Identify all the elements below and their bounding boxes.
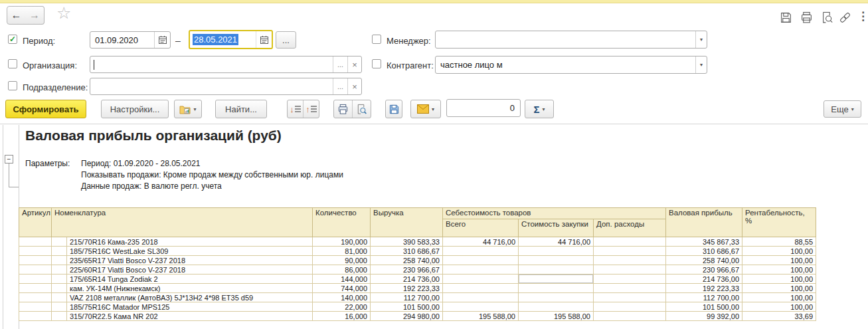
cell-margin[interactable]: 100,00 — [742, 293, 816, 302]
cell-revenue[interactable]: 214 736,00 — [371, 274, 443, 284]
cell-extra-cost[interactable] — [594, 274, 666, 284]
preview-icon[interactable] — [820, 11, 833, 24]
cell-revenue[interactable]: 101 500,00 — [371, 302, 443, 312]
cell-cost-total[interactable] — [443, 302, 519, 312]
cell-margin[interactable]: 100,00 — [742, 265, 816, 274]
header-cost-purchase[interactable]: Стоимость закупки — [519, 219, 594, 237]
cell-indent[interactable] — [52, 274, 67, 284]
cell-revenue[interactable]: 192 223,33 — [371, 284, 443, 293]
cell-indent[interactable] — [52, 293, 67, 302]
save-icon[interactable] — [779, 11, 792, 24]
department-input[interactable]: ... × — [90, 78, 362, 95]
cell-revenue[interactable]: 230 966,67 — [371, 265, 443, 274]
cell-extra-cost[interactable] — [594, 293, 666, 302]
cell-margin[interactable]: 33,69 — [742, 312, 816, 321]
cell-cost-total[interactable] — [443, 284, 519, 293]
cell-margin[interactable]: 100,00 — [742, 256, 816, 265]
department-checkbox[interactable] — [8, 81, 17, 90]
table-row[interactable]: 185/75R16C Matador MPS125 22,000 101 500… — [19, 302, 816, 312]
cell-margin[interactable]: 88,55 — [742, 237, 816, 247]
cell-extra-cost[interactable] — [594, 265, 666, 274]
department-more-button[interactable]: ... — [333, 78, 347, 94]
organization-clear-button[interactable]: × — [347, 56, 361, 72]
cell-revenue[interactable]: 310 686,67 — [371, 247, 443, 256]
cell-cost-total[interactable] — [443, 247, 519, 256]
header-cost-total[interactable]: Всего — [443, 219, 519, 237]
period-from-input[interactable]: 01.09.2020 — [90, 31, 171, 49]
cell-cost-total[interactable] — [443, 265, 519, 274]
header-extra-cost[interactable]: Доп. расходы — [594, 219, 666, 237]
cell-margin[interactable]: 100,00 — [742, 302, 816, 312]
cell-indent[interactable] — [52, 237, 67, 247]
cell-indent[interactable] — [52, 265, 67, 274]
cell-artikul[interactable] — [19, 302, 52, 312]
cell-cost-purchase[interactable] — [519, 256, 594, 265]
cell-qty[interactable]: 144,000 — [313, 274, 371, 284]
table-row[interactable]: VAZ 2108 металлик (АвтоВАЗ) 5J*13H2 4*98… — [19, 293, 816, 302]
table-row[interactable]: кам. УК-14М (Нижнекамск) 744,000 192 223… — [19, 284, 816, 293]
cell-qty[interactable]: 140,000 — [313, 293, 371, 302]
cell-cost-total[interactable]: 44 716,00 — [443, 237, 519, 247]
chevron-down-icon[interactable]: ▾ — [695, 56, 707, 73]
cell-cost-purchase[interactable] — [519, 293, 594, 302]
manager-checkbox[interactable] — [372, 35, 381, 44]
cell-indent[interactable] — [52, 247, 67, 256]
cell-cost-purchase[interactable] — [519, 302, 594, 312]
cell-nomenclature[interactable]: 185/75R16C Matador MPS125 — [67, 302, 313, 312]
cell-revenue[interactable]: 294 980,00 — [371, 312, 443, 321]
table-row[interactable]: 215/70R16 Кама-235 2018 190,000 390 583,… — [19, 237, 816, 247]
cell-cost-purchase[interactable]: 195 588,00 — [519, 312, 594, 321]
sort-descending-button[interactable]: ↓ — [288, 100, 303, 118]
cell-cost-purchase[interactable] — [519, 265, 594, 274]
cell-qty[interactable]: 744,000 — [313, 284, 371, 293]
header-artikul[interactable]: Артикул — [19, 208, 52, 237]
cell-gross[interactable]: 101 500,00 — [666, 302, 742, 312]
cell-extra-cost[interactable] — [594, 256, 666, 265]
print-button[interactable] — [334, 100, 352, 118]
more-menu-icon[interactable]: ⋮ — [857, 9, 868, 23]
header-nomenclature[interactable]: Номенклатура — [52, 208, 313, 237]
cell-nomenclature[interactable]: 215/70R16 Кама-235 2018 — [67, 237, 313, 247]
cell-revenue[interactable]: 258 740,00 — [371, 256, 443, 265]
report-variants-button[interactable]: ▾ — [174, 100, 202, 118]
more-actions-button[interactable]: Еще ▾ — [824, 100, 861, 118]
cell-cost-purchase[interactable] — [519, 274, 594, 284]
cell-gross[interactable]: 310 686,67 — [666, 247, 742, 256]
get-link-icon[interactable] — [838, 11, 851, 24]
cell-qty[interactable]: 16,000 — [313, 312, 371, 321]
header-cost-group[interactable]: Себестоимость товаров — [443, 208, 666, 219]
organization-input[interactable]: ... × — [90, 56, 362, 73]
calendar-button[interactable] — [154, 32, 170, 48]
cell-artikul[interactable] — [19, 274, 52, 284]
collapse-group-button[interactable]: − — [5, 155, 13, 164]
cell-gross[interactable]: 230 966,67 — [666, 265, 742, 274]
cell-revenue[interactable]: 112 700,00 — [371, 293, 443, 302]
cell-nomenclature[interactable]: 185/75R16C WestLake SL309 — [67, 247, 313, 256]
cell-gross[interactable]: 258 740,00 — [666, 256, 742, 265]
cell-gross[interactable]: 214 736,00 — [666, 274, 742, 284]
sum-button[interactable]: Σ ▾ — [525, 100, 554, 118]
save-result-button[interactable] — [385, 100, 402, 118]
cell-indent[interactable] — [52, 256, 67, 265]
cell-cost-total[interactable]: 195 588,00 — [443, 312, 519, 321]
cell-qty[interactable]: 86,000 — [313, 265, 371, 274]
header-revenue[interactable]: Выручка — [371, 208, 443, 237]
cell-cost-purchase[interactable] — [519, 284, 594, 293]
cell-cost-total[interactable] — [443, 274, 519, 284]
table-row[interactable]: 235/65R17 Viatti Bosco V-237 2018 90,000… — [19, 256, 816, 265]
back-button[interactable]: ← — [7, 6, 26, 25]
period-more-button[interactable]: ... — [276, 31, 296, 49]
cell-qty[interactable]: 22,000 — [313, 302, 371, 312]
cell-gross[interactable]: 99 392,00 — [666, 312, 742, 321]
cell-nomenclature[interactable]: 175/65R14 Tunga Zodiak 2 — [67, 274, 313, 284]
cell-artikul[interactable] — [19, 293, 52, 302]
cell-cost-total[interactable] — [443, 256, 519, 265]
cell-cost-purchase[interactable] — [519, 247, 594, 256]
chevron-down-icon[interactable]: ▾ — [695, 31, 707, 48]
cell-qty[interactable]: 190,000 — [313, 237, 371, 247]
cell-indent[interactable] — [52, 312, 67, 321]
cell-extra-cost[interactable] — [594, 302, 666, 312]
favorite-star-icon[interactable]: ☆ — [56, 5, 71, 21]
calendar-button[interactable] — [256, 31, 272, 48]
cell-cost-total[interactable] — [443, 293, 519, 302]
